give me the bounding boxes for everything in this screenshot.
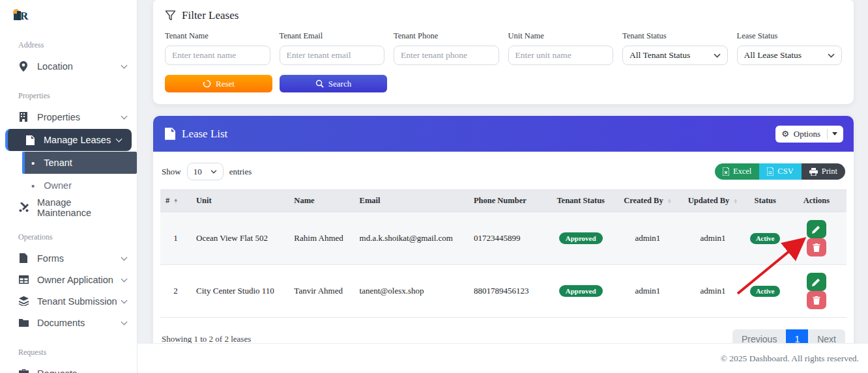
sidebar-item-location[interactable]: Location bbox=[0, 55, 137, 77]
sidebar-item-manage-leases[interactable]: Manage Leases bbox=[5, 129, 132, 151]
printer-icon bbox=[809, 168, 818, 176]
table-row: 1 Ocean View Flat 502 Rahim Ahmed md.a.k… bbox=[160, 212, 846, 265]
sidebar-item-label: Owner Application bbox=[37, 275, 122, 285]
sort-icon: ▲▼ bbox=[733, 199, 738, 204]
cell-status: Active bbox=[744, 212, 787, 265]
sidebar-item-label: Forms bbox=[37, 253, 122, 264]
cell-name: Tanvir Ahmed bbox=[289, 265, 354, 318]
lease-status-select[interactable]: All Lease Status bbox=[737, 46, 843, 65]
field-lease-status: Lease Status All Lease Status bbox=[737, 31, 843, 65]
col-header-tenant-status[interactable]: Tenant Status bbox=[548, 190, 613, 212]
excel-button[interactable]: Excel bbox=[715, 163, 759, 180]
table-grid-icon bbox=[18, 275, 29, 285]
reset-button[interactable]: Reset bbox=[165, 75, 272, 92]
print-button[interactable]: Print bbox=[802, 163, 845, 180]
reset-icon bbox=[203, 79, 211, 88]
unit-name-input[interactable] bbox=[508, 46, 614, 65]
layers-icon bbox=[18, 296, 29, 307]
chevron-down-icon bbox=[714, 53, 721, 58]
col-header-status[interactable]: Status bbox=[744, 190, 787, 212]
sidebar-subitem-owner[interactable]: • Owner bbox=[22, 174, 137, 197]
page-footer: © 2025 Dashboard. All rights reserved. bbox=[137, 343, 868, 373]
field-tenant-email: Tenant Email bbox=[280, 31, 385, 65]
tenant-phone-input[interactable] bbox=[394, 46, 499, 65]
select-value: All Lease Status bbox=[744, 50, 802, 61]
cell-created-by: admin1 bbox=[613, 212, 682, 265]
cell-created-by: admin1 bbox=[613, 265, 682, 318]
cell-actions bbox=[787, 212, 846, 265]
col-header-label: # bbox=[166, 196, 169, 205]
cell-updated-by: admin1 bbox=[682, 212, 744, 265]
col-header-updated-by[interactable]: Updated By▲▼ bbox=[682, 190, 744, 212]
sidebar-item-manage-maintenance[interactable]: Manage Maintenance bbox=[0, 197, 137, 218]
table-header-row: #▲▼ Unit Name Email Phone Number Tenant … bbox=[160, 190, 846, 212]
reset-label: Reset bbox=[216, 79, 235, 89]
edit-button[interactable] bbox=[807, 220, 826, 238]
field-label: Lease Status bbox=[737, 31, 843, 41]
col-header-label: Actions bbox=[803, 196, 830, 205]
sidebar-item-label: Location bbox=[37, 61, 122, 72]
section-label-operations: Operations bbox=[0, 232, 137, 242]
trash-icon bbox=[813, 243, 820, 252]
field-tenant-status: Tenant Status All Tenant Status bbox=[622, 31, 728, 65]
field-label: Tenant Phone bbox=[394, 31, 499, 41]
col-header-label: Status bbox=[755, 196, 776, 205]
sidebar-subitem-tenant[interactable]: • Tenant bbox=[22, 152, 137, 174]
sidebar-item-owner-application[interactable]: Owner Application bbox=[0, 269, 137, 290]
main-content: Filter Leases Tenant Name Tenant Email T… bbox=[137, 0, 868, 373]
options-button[interactable]: ⚙ Options bbox=[775, 126, 843, 143]
bullet-icon: • bbox=[31, 180, 35, 191]
col-header-phone[interactable]: Phone Number bbox=[469, 190, 548, 212]
tenant-name-input[interactable] bbox=[165, 46, 270, 65]
section-label-properties: Properties bbox=[0, 91, 137, 101]
bullet-icon: • bbox=[31, 158, 35, 169]
sidebar-item-forms[interactable]: Forms bbox=[0, 247, 137, 269]
edit-button[interactable] bbox=[807, 273, 826, 291]
cell-unit: City Center Studio 110 bbox=[191, 265, 289, 318]
sidebar-item-properties[interactable]: Properties bbox=[0, 106, 137, 128]
lease-list-title: Lease List bbox=[182, 128, 227, 141]
csv-file-icon bbox=[767, 167, 774, 176]
print-label: Print bbox=[822, 167, 837, 176]
table-controls: Show 10 entries Excel bbox=[162, 163, 845, 180]
field-label: Tenant Status bbox=[622, 31, 728, 41]
cell-email: tanent@olesx.shop bbox=[354, 265, 469, 318]
col-header-label: Tenant Status bbox=[557, 196, 605, 205]
col-header-created-by[interactable]: Created By▲▼ bbox=[613, 190, 682, 212]
filter-title-row: Filter Leases bbox=[165, 9, 842, 22]
csv-button[interactable]: CSV bbox=[759, 163, 801, 180]
page-size-select[interactable]: 10 bbox=[187, 163, 224, 180]
search-button[interactable]: Search bbox=[280, 75, 387, 92]
sidebar-item-label: Documents bbox=[37, 318, 122, 328]
delete-button[interactable] bbox=[807, 291, 826, 309]
cell-num: 2 bbox=[160, 265, 191, 318]
cell-updated-by: admin1 bbox=[682, 265, 744, 318]
sidebar-item-requests[interactable]: Requests bbox=[0, 363, 137, 373]
document-icon bbox=[165, 128, 175, 140]
caret-down-icon bbox=[832, 132, 837, 135]
app-logo[interactable]: R bbox=[0, 0, 137, 26]
col-header-label: Phone Number bbox=[474, 196, 527, 205]
col-header-label: Name bbox=[294, 196, 314, 205]
tenant-status-select[interactable]: All Tenant Status bbox=[622, 46, 728, 65]
form-icon bbox=[18, 253, 29, 264]
sidebar-item-documents[interactable]: Documents bbox=[0, 312, 137, 333]
excel-label: Excel bbox=[733, 167, 751, 176]
entries-label: entries bbox=[229, 167, 252, 177]
col-header-num[interactable]: #▲▼ bbox=[160, 190, 191, 212]
delete-button[interactable] bbox=[807, 238, 826, 256]
col-header-name[interactable]: Name bbox=[289, 190, 354, 212]
tenant-email-input[interactable] bbox=[280, 46, 385, 65]
cell-name: Rahim Ahmed bbox=[289, 212, 354, 265]
col-header-email[interactable]: Email bbox=[354, 190, 469, 212]
field-tenant-phone: Tenant Phone bbox=[394, 31, 499, 65]
col-header-unit[interactable]: Unit bbox=[191, 190, 289, 212]
chevron-down-icon bbox=[121, 62, 128, 68]
chevron-down-icon bbox=[121, 297, 128, 303]
chevron-down-icon bbox=[828, 53, 835, 58]
field-label: Tenant Name bbox=[165, 31, 270, 41]
filter-panel: Filter Leases Tenant Name Tenant Email T… bbox=[153, 0, 854, 104]
trash-icon bbox=[813, 296, 820, 305]
pencil-icon bbox=[812, 225, 820, 234]
sidebar-item-tenant-submission[interactable]: Tenant Submission bbox=[0, 290, 137, 312]
